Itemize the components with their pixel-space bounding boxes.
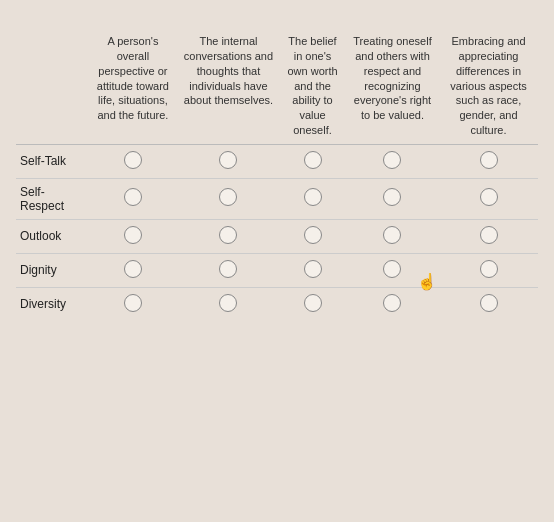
radio-btn-r3-c0[interactable]: [124, 260, 142, 278]
radio-cell-r2-c3[interactable]: [346, 219, 439, 253]
radio-btn-r3-c1[interactable]: [219, 260, 237, 278]
table-row: Outlook: [16, 219, 538, 253]
row-label-4: Diversity: [16, 287, 88, 321]
header-col-1: A person's overall perspective or attitu…: [88, 28, 178, 144]
radio-cell-r3-c2[interactable]: [279, 253, 346, 287]
radio-btn-r1-c3[interactable]: [383, 188, 401, 206]
radio-cell-r3-c3[interactable]: ☝: [346, 253, 439, 287]
radio-cell-r1-c4[interactable]: [439, 178, 538, 219]
header-col-5: Embracing and appreciating differences i…: [439, 28, 538, 144]
header-col-2: The internal conversations and thoughts …: [178, 28, 279, 144]
radio-btn-r3-c3[interactable]: [383, 260, 401, 278]
table-row: Dignity☝: [16, 253, 538, 287]
radio-btn-r1-c1[interactable]: [219, 188, 237, 206]
header-empty: [16, 28, 88, 144]
radio-btn-r2-c1[interactable]: [219, 226, 237, 244]
match-table: A person's overall perspective or attitu…: [16, 28, 538, 321]
radio-cell-r4-c2[interactable]: [279, 287, 346, 321]
radio-btn-r4-c0[interactable]: [124, 294, 142, 312]
radio-cell-r4-c4[interactable]: [439, 287, 538, 321]
radio-cell-r0-c3[interactable]: [346, 144, 439, 178]
header-row: A person's overall perspective or attitu…: [16, 28, 538, 144]
radio-cell-r2-c0[interactable]: [88, 219, 178, 253]
radio-cell-r1-c0[interactable]: [88, 178, 178, 219]
radio-btn-r4-c1[interactable]: [219, 294, 237, 312]
radio-cell-r4-c1[interactable]: [178, 287, 279, 321]
radio-cell-r1-c1[interactable]: [178, 178, 279, 219]
radio-btn-r3-c4[interactable]: [480, 260, 498, 278]
radio-cell-r0-c1[interactable]: [178, 144, 279, 178]
radio-btn-r2-c4[interactable]: [480, 226, 498, 244]
header-col-3: The belief in one's own worth and the ab…: [279, 28, 346, 144]
radio-btn-r2-c0[interactable]: [124, 226, 142, 244]
radio-btn-r0-c4[interactable]: [480, 151, 498, 169]
radio-cell-r1-c2[interactable]: [279, 178, 346, 219]
radio-btn-r2-c3[interactable]: [383, 226, 401, 244]
table-row: Diversity: [16, 287, 538, 321]
header-col-4: Treating oneself and others with respect…: [346, 28, 439, 144]
radio-btn-r0-c2[interactable]: [304, 151, 322, 169]
radio-btn-r4-c4[interactable]: [480, 294, 498, 312]
radio-cell-r1-c3[interactable]: [346, 178, 439, 219]
table-row: Self-Respect: [16, 178, 538, 219]
radio-cell-r0-c2[interactable]: [279, 144, 346, 178]
radio-cell-r3-c4[interactable]: [439, 253, 538, 287]
radio-btn-r0-c0[interactable]: [124, 151, 142, 169]
radio-btn-r0-c3[interactable]: [383, 151, 401, 169]
table-row: Self-Talk: [16, 144, 538, 178]
radio-btn-r2-c2[interactable]: [304, 226, 322, 244]
radio-cell-r4-c3[interactable]: [346, 287, 439, 321]
radio-cell-r2-c1[interactable]: [178, 219, 279, 253]
radio-cell-r2-c4[interactable]: [439, 219, 538, 253]
radio-cell-r3-c0[interactable]: [88, 253, 178, 287]
row-label-3: Dignity: [16, 253, 88, 287]
row-label-0: Self-Talk: [16, 144, 88, 178]
radio-cell-r3-c1[interactable]: [178, 253, 279, 287]
radio-btn-r0-c1[interactable]: [219, 151, 237, 169]
radio-btn-r1-c4[interactable]: [480, 188, 498, 206]
radio-btn-r4-c2[interactable]: [304, 294, 322, 312]
row-label-2: Outlook: [16, 219, 88, 253]
radio-cell-r0-c0[interactable]: [88, 144, 178, 178]
radio-cell-r2-c2[interactable]: [279, 219, 346, 253]
radio-btn-r3-c2[interactable]: [304, 260, 322, 278]
radio-cell-r4-c0[interactable]: [88, 287, 178, 321]
radio-cell-r0-c4[interactable]: [439, 144, 538, 178]
radio-btn-r1-c2[interactable]: [304, 188, 322, 206]
radio-btn-r4-c3[interactable]: [383, 294, 401, 312]
radio-btn-r1-c0[interactable]: [124, 188, 142, 206]
row-label-1: Self-Respect: [16, 178, 88, 219]
